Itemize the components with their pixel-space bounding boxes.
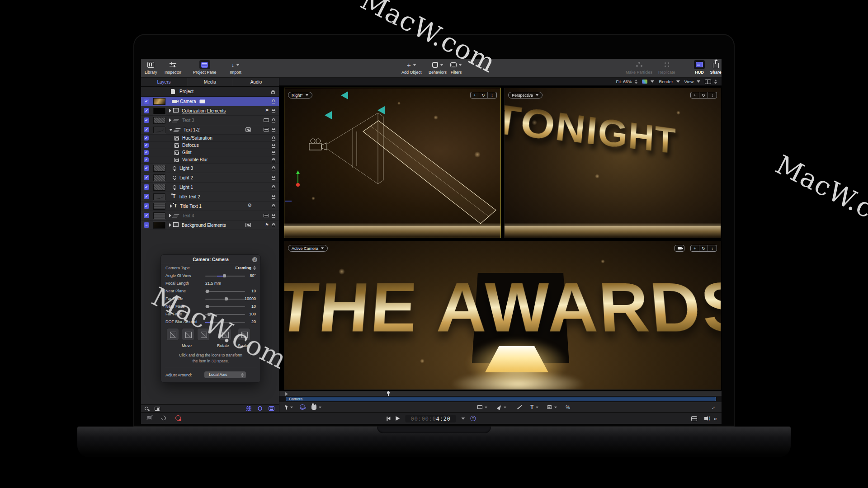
blend-mode-icon[interactable] <box>264 128 269 131</box>
rectangle-tool[interactable] <box>477 405 488 409</box>
lock-icon[interactable] <box>272 101 275 103</box>
near-plane-slider[interactable] <box>205 291 245 292</box>
rotate-handle[interactable] <box>219 328 231 341</box>
show-hide-timeline-icon[interactable]: « <box>714 415 716 422</box>
dolly-tool-icon[interactable]: ↕ <box>708 245 717 251</box>
move-z-handle[interactable] <box>182 328 194 341</box>
layer-checkbox[interactable]: ✓ <box>144 108 149 113</box>
lock-icon[interactable] <box>272 225 275 227</box>
transform-3d-tool[interactable] <box>300 404 305 410</box>
playback-timer-icon[interactable] <box>471 416 476 421</box>
near-fade-slider[interactable] <box>205 306 245 307</box>
filter-row-defocus[interactable]: ✓ Defocus <box>141 142 279 149</box>
info-icon[interactable]: i <box>252 257 257 262</box>
mute-audio-icon[interactable] <box>147 416 150 419</box>
layout-select[interactable] <box>705 80 717 84</box>
show-filters-icon[interactable] <box>269 406 274 411</box>
channels-select[interactable] <box>642 80 654 84</box>
lock-icon[interactable] <box>272 177 275 180</box>
filters-applied-icon[interactable] <box>245 223 251 227</box>
viewport-active-camera-select[interactable]: Active Camera <box>288 245 328 252</box>
far-fade-slider[interactable] <box>205 314 245 315</box>
lock-icon[interactable] <box>272 206 275 208</box>
layer-row-colorization-elements[interactable]: ✓ Colorization Elements ⚑ <box>141 106 279 116</box>
tab-layers[interactable]: Layers <box>141 78 187 86</box>
viewport-right[interactable]: Right* + ↻ ↕ <box>284 88 501 238</box>
layer-checkbox[interactable]: ✓ <box>144 175 149 180</box>
layer-row-camera[interactable]: ✓ Camera <box>141 97 279 106</box>
dof-blur-slider[interactable] <box>205 322 245 323</box>
stepper-icon[interactable] <box>253 266 256 270</box>
dolly-tool-icon[interactable]: ↕ <box>708 92 717 98</box>
pan-view-tool[interactable] <box>311 405 322 410</box>
make-particles-button[interactable]: Make Particles <box>626 60 652 75</box>
layer-row-title-text-1[interactable]: ✓ T Title Text 1 ⚙ <box>141 202 279 211</box>
tab-media[interactable]: Media <box>187 78 233 86</box>
behaviors-button[interactable]: Behaviors <box>429 60 447 75</box>
lock-icon[interactable] <box>272 187 275 189</box>
viewport-perspective-camera-select[interactable]: Perspective <box>508 92 542 99</box>
lock-icon[interactable] <box>272 196 275 199</box>
share-button[interactable]: Share <box>710 60 722 75</box>
scale-handle[interactable] <box>238 328 250 341</box>
dolly-tool-icon[interactable]: ↕ <box>488 92 496 98</box>
play-button[interactable] <box>396 416 400 421</box>
disclosure-down-icon[interactable] <box>169 129 173 131</box>
viewport-right-camera-select[interactable]: Right* <box>288 92 312 99</box>
project-row[interactable]: Project <box>141 87 279 97</box>
zoom-level-select[interactable]: Fit: 66% <box>616 79 638 84</box>
viewport-active-camera[interactable]: Active Camera + ↻ ↕ THE AWARDS <box>284 241 721 390</box>
render-menu[interactable]: Render <box>659 79 679 84</box>
import-button[interactable]: ↓ Import <box>230 60 241 75</box>
angle-of-view-slider[interactable] <box>205 276 245 277</box>
filter-checkbox[interactable]: ✓ <box>144 157 149 162</box>
viewport-perspective[interactable]: Perspective + ↻ ↕ TONIGHT <box>504 88 721 238</box>
filter-checkbox[interactable]: ✓ <box>144 136 149 141</box>
pan-tool-icon[interactable]: + <box>691 92 699 98</box>
layer-row-text-1-2[interactable]: ✓ Text 1-2 <box>141 125 279 135</box>
lock-icon[interactable] <box>272 168 275 170</box>
add-object-button[interactable]: + Add Object <box>401 60 422 75</box>
filmstrip-icon[interactable] <box>155 407 160 411</box>
filmstrip-icon[interactable] <box>691 416 697 421</box>
layer-row-light-3[interactable]: ✓ Light 3 <box>141 164 279 173</box>
hud-panel[interactable]: Camera: Camera i Camera Type Framing Ang… <box>160 254 261 383</box>
replicate-button[interactable]: Replicate <box>658 60 675 75</box>
layer-checkbox[interactable]: ✓ <box>144 213 149 218</box>
layer-checkbox[interactable]: ✓ <box>144 127 149 132</box>
loop-playback-icon[interactable] <box>160 415 167 421</box>
layer-checkbox[interactable]: ✓ <box>144 203 149 209</box>
far-plane-slider[interactable] <box>205 299 245 300</box>
disclosure-right-icon[interactable] <box>170 204 172 208</box>
layer-row-light-2[interactable]: ✓ Light 2 <box>141 173 279 183</box>
search-icon[interactable] <box>145 407 148 410</box>
show-behaviors-icon[interactable] <box>258 406 262 411</box>
filters-button[interactable]: Filters <box>450 60 462 75</box>
project-pane-button[interactable]: Project Pane <box>193 60 217 75</box>
go-to-start-button[interactable] <box>387 417 390 421</box>
expand-timeline-icon[interactable]: ↔ <box>709 404 716 411</box>
adjust-tool[interactable]: % <box>566 404 570 410</box>
layer-checkbox[interactable]: ✓ <box>144 117 149 123</box>
layer-row-text-4[interactable]: ✓ Text 4 <box>141 211 279 221</box>
filter-checkbox[interactable]: ✓ <box>144 143 149 148</box>
lock-icon[interactable] <box>272 138 275 141</box>
show-masks-icon[interactable] <box>246 406 251 411</box>
layer-row-light-1[interactable]: ✓ Light 1 <box>141 183 279 192</box>
paint-stroke-tool[interactable] <box>517 404 522 410</box>
layer-checkbox-mixed[interactable]: − <box>144 222 149 228</box>
filter-row-hue-saturation[interactable]: ✓ Hue/Saturation <box>141 135 279 142</box>
layer-row-text-3[interactable]: ✓ Text 3 <box>141 116 279 125</box>
hud-button[interactable]: HUD <box>693 60 705 75</box>
disclosure-right-icon[interactable] <box>169 118 171 122</box>
timeline-ruler[interactable] <box>279 391 722 396</box>
view-menu[interactable]: View <box>684 79 700 84</box>
orbit-tool-icon[interactable]: ↻ <box>699 245 708 251</box>
move-screen-handle[interactable] <box>197 328 210 341</box>
disclosure-right-icon[interactable] <box>169 109 171 113</box>
timecode-display[interactable]: 00:00:04:20 <box>405 415 456 422</box>
record-icon[interactable] <box>175 415 181 421</box>
disclosure-right-icon[interactable] <box>169 214 171 217</box>
lock-icon[interactable] <box>272 160 275 162</box>
library-button[interactable]: Library <box>145 60 157 75</box>
